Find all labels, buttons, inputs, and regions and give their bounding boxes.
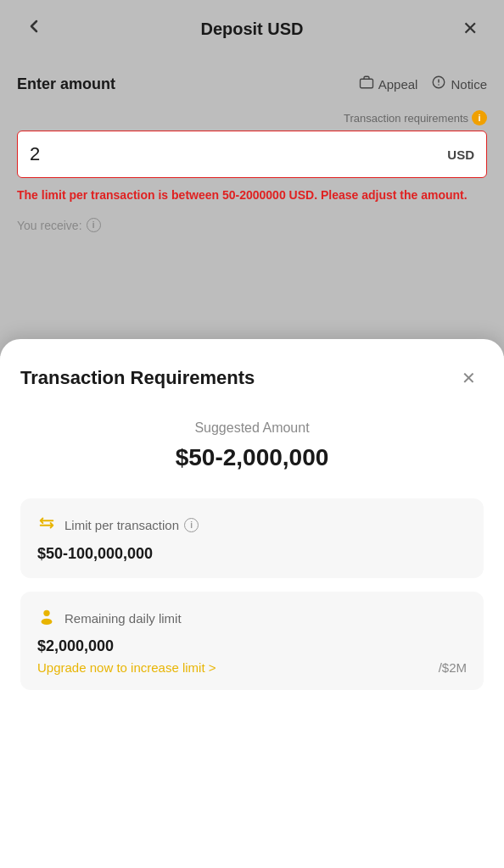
you-receive-row: You receive: i — [17, 218, 487, 232]
limit-card-info-icon[interactable]: i — [184, 518, 199, 532]
error-suffix: USD. Please adjust the amount. — [286, 188, 468, 202]
you-receive-info-icon[interactable]: i — [87, 218, 101, 232]
error-range: 50-2000000 — [222, 188, 286, 202]
currency-badge: USD — [447, 147, 474, 162]
limit-card-title: Limit per transaction i — [64, 518, 199, 532]
transaction-req-row: Transaction requirements i — [17, 110, 487, 125]
daily-limit-user-icon — [37, 607, 56, 629]
limit-per-transaction-card: Limit per transaction i $50-100,000,000 — [20, 498, 484, 578]
close-icon: ✕ — [462, 18, 478, 40]
modal-close-icon: ✕ — [462, 368, 476, 388]
you-receive-label: You receive: — [17, 219, 82, 232]
close-button[interactable]: ✕ — [453, 12, 487, 46]
daily-limit-card: Remaining daily limit $2,000,000 Upgrade… — [20, 592, 484, 690]
suggested-amount-value: $50-2,000,000 — [20, 444, 484, 471]
transaction-req-label: Transaction requirements — [344, 112, 468, 125]
daily-limit-total: /$2M — [439, 660, 467, 675]
modal-header: Transaction Requirements ✕ — [20, 363, 484, 393]
daily-limit-value: $2,000,000 — [37, 637, 216, 655]
modal-title: Transaction Requirements — [20, 367, 255, 389]
limit-card-header: Limit per transaction i — [37, 514, 467, 537]
svg-point-1 — [439, 84, 440, 86]
appeal-icon — [359, 75, 374, 93]
amount-input[interactable] — [30, 143, 447, 165]
appeal-button[interactable]: Appeal — [359, 75, 418, 93]
notice-label: Notice — [451, 77, 487, 92]
amount-input-wrapper: USD — [17, 131, 487, 178]
upgrade-link[interactable]: Upgrade now to increase limit > — [37, 660, 216, 675]
daily-limit-card-secondary: $2,000,000 Upgrade now to increase limit… — [37, 637, 467, 675]
error-message: The limit per transaction is between 50-… — [17, 186, 487, 204]
modal-panel: Transaction Requirements ✕ Suggested Amo… — [0, 339, 504, 868]
limit-card-value: $50-100,000,000 — [37, 545, 467, 563]
svg-point-2 — [43, 610, 49, 616]
page-content: Enter amount Appeal — [0, 58, 504, 249]
error-prefix: The limit per transaction is between — [17, 188, 222, 202]
enter-amount-label: Enter amount — [17, 75, 115, 93]
notice-icon — [431, 75, 446, 93]
suggested-amount-section: Suggested Amount $50-2,000,000 — [20, 420, 484, 471]
action-buttons: Appeal Notice — [359, 75, 487, 93]
daily-limit-card-title: Remaining daily limit — [64, 611, 182, 626]
notice-button[interactable]: Notice — [431, 75, 487, 93]
daily-limit-card-header: Remaining daily limit — [37, 607, 467, 629]
limit-arrows-icon — [37, 514, 56, 537]
svg-point-3 — [42, 619, 53, 625]
back-arrow-icon — [24, 16, 44, 42]
appeal-label: Appeal — [378, 77, 418, 92]
top-nav: Deposit USD ✕ — [0, 0, 504, 58]
transaction-req-info-icon[interactable]: i — [472, 110, 487, 125]
page-actions-row: Enter amount Appeal — [17, 75, 487, 93]
modal-close-button[interactable]: ✕ — [453, 363, 484, 393]
back-button[interactable] — [17, 12, 51, 46]
page-title: Deposit USD — [200, 19, 303, 39]
suggested-amount-label: Suggested Amount — [20, 420, 484, 436]
